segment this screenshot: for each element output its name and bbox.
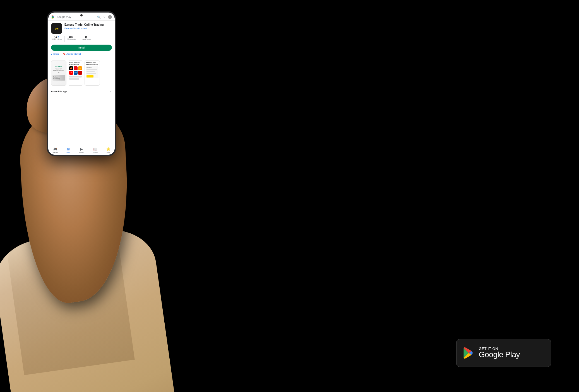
- account-row-3: [87, 73, 96, 74]
- kids-label: Kids: [107, 151, 110, 153]
- amazon-logo: a: [78, 66, 82, 70]
- divider-1: [64, 36, 65, 42]
- screenshot-2-bar2: [69, 78, 79, 80]
- screenshots-area: exness Trade with confidence on the go. …: [48, 58, 115, 88]
- stat-rating: 4.7 ★ 133K reviews: [52, 36, 62, 42]
- stat-rated: ⊞ Rated for 1+: [82, 36, 91, 42]
- screenshot-news: Forbes Bloomberg: [52, 75, 65, 81]
- kids-icon: ⭐: [106, 147, 110, 151]
- divider-2: [79, 36, 79, 42]
- about-arrow-icon: →: [109, 90, 112, 93]
- star-icon: ★: [57, 36, 59, 38]
- bookmark-icon: 🔖: [63, 52, 66, 55]
- netflix-logo: [74, 66, 78, 70]
- screenshot-3-title: Withdraw your funds seamlessly: [86, 62, 98, 66]
- google-play-logo: Google Play: [51, 15, 71, 19]
- screenshot-3-accounts: Accounts: [86, 66, 98, 78]
- screenshot-tagline: Trade with confidence on the go.: [52, 68, 65, 74]
- install-button[interactable]: Install: [51, 45, 112, 51]
- app-header-row: ex Exness Trade: Online Trading Exness G…: [51, 23, 112, 34]
- screenshot-1[interactable]: exness Trade with confidence on the go. …: [51, 61, 66, 86]
- rating-value: 4.7 ★: [54, 36, 59, 38]
- app-icon: ex: [51, 23, 62, 34]
- play-store-icon: [51, 15, 56, 19]
- visa-logo: VISA: [74, 71, 78, 75]
- screenshot-exness-logo: exness: [56, 66, 62, 67]
- share-icon: ⤴: [51, 52, 52, 55]
- movies-icon: ▶: [80, 147, 83, 151]
- google-play-label: Google Play: [479, 350, 520, 359]
- app-title-area: Exness Trade: Online Trading Exness Glob…: [64, 23, 112, 30]
- books-icon: 📖: [93, 147, 97, 151]
- google-play-header: Google Play 🔍 ?: [48, 13, 115, 21]
- adobe-logo: Ai: [69, 71, 73, 75]
- screenshot-3[interactable]: Withdraw your funds seamlessly Accounts: [85, 61, 100, 86]
- apps-label: Apps: [67, 151, 71, 153]
- wishlist-action[interactable]: 🔖 Add to wishlist: [63, 52, 81, 55]
- games-label: Games: [52, 151, 58, 153]
- phone-screen: Google Play 🔍 ? ex: [48, 13, 115, 155]
- google-play-badge-logo: [462, 347, 474, 359]
- share-action[interactable]: ⤴ Share: [51, 52, 59, 55]
- nav-games[interactable]: 🎮 Games: [52, 147, 58, 153]
- bottom-nav: 🎮 Games ⊞ Apps ▶ Movies 📖 Books: [48, 146, 115, 155]
- app-developer: Exness Global Limited: [64, 27, 112, 30]
- help-icon[interactable]: ?: [102, 15, 106, 19]
- search-icon[interactable]: 🔍: [97, 15, 101, 19]
- apple-logo: 🍎: [69, 66, 73, 70]
- screenshots-row: exness Trade with confidence on the go. …: [51, 61, 112, 86]
- app-info-section: ex Exness Trade: Online Trading Exness G…: [48, 21, 115, 58]
- accounts-label: Accounts: [87, 67, 98, 68]
- about-section[interactable]: About this app →: [48, 88, 115, 95]
- rated-icon: ⊞: [85, 36, 87, 39]
- books-label: Books: [93, 151, 98, 153]
- account-row-2: [87, 71, 95, 72]
- account-row-1: [87, 69, 97, 70]
- action-row: ⤴ Share 🔖 Add to wishlist: [51, 52, 112, 56]
- downloads-value: 10M+: [69, 36, 75, 38]
- about-title: About this app: [51, 90, 67, 93]
- nav-books[interactable]: 📖 Books: [93, 147, 98, 153]
- phone-device: Google Play 🔍 ? ex: [47, 11, 116, 156]
- phone-body: Google Play 🔍 ? ex: [47, 11, 116, 156]
- nav-movies[interactable]: ▶ Movies: [79, 147, 84, 153]
- google-play-badge-text: GET IT ON Google Play: [479, 347, 520, 359]
- app-title: Exness Trade: Online Trading: [64, 23, 112, 26]
- stat-downloads: 10M+ Downloads: [68, 36, 76, 42]
- rated-label: Rated for 1+: [82, 39, 91, 40]
- screenshot-2-bar: [69, 76, 82, 78]
- google-play-text: Google Play: [57, 16, 71, 18]
- user-avatar[interactable]: [108, 15, 112, 19]
- brand-logo: [78, 71, 82, 75]
- screenshot-2-title: Invest in stocks, metals & more: [69, 62, 82, 66]
- screenshot-2[interactable]: Invest in stocks, metals & more 🍎 a Ai V…: [68, 61, 83, 86]
- phone-camera: [80, 14, 83, 16]
- rating-label: 133K reviews: [52, 38, 62, 40]
- apps-icon: ⊞: [67, 147, 70, 151]
- downloads-label: Downloads: [68, 38, 76, 40]
- app-icon-text: ex: [55, 26, 59, 31]
- account-highlight: [87, 75, 93, 78]
- stats-row: 4.7 ★ 133K reviews 10M+ Downloads ⊞: [51, 36, 112, 42]
- movies-label: Movies: [79, 151, 84, 153]
- games-icon: 🎮: [53, 147, 57, 151]
- scene: Google Play 🔍 ? ex: [0, 0, 579, 392]
- google-play-badge[interactable]: GET IT ON Google Play: [456, 339, 551, 367]
- header-icons: 🔍 ?: [97, 15, 112, 19]
- screenshot-2-grid: 🍎 a Ai VISA: [69, 66, 82, 75]
- nav-kids[interactable]: ⭐ Kids: [106, 147, 110, 153]
- nav-apps[interactable]: ⊞ Apps: [67, 147, 71, 153]
